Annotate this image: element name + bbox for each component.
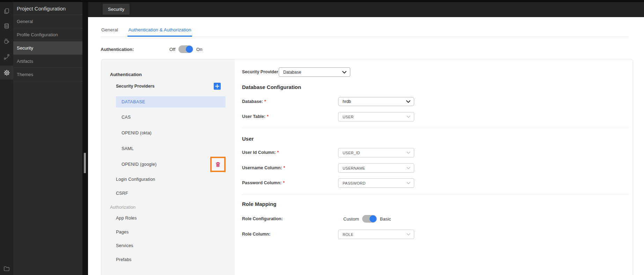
auth-nav: Authentication Security Providers DATABA…: [101, 59, 235, 275]
role-column-select[interactable]: ROLE: [338, 230, 414, 239]
java-service-icon[interactable]: [0, 34, 13, 48]
toggle-knob: [369, 215, 376, 222]
toggle-knob: [186, 46, 193, 53]
chevron-down-icon: [407, 167, 410, 169]
sidebar-item-general[interactable]: General: [13, 15, 82, 28]
section-divider: [242, 194, 629, 195]
role-column-value: ROLE: [343, 232, 353, 237]
tab-authentication-authorization[interactable]: Authentication & Authorization: [127, 17, 192, 37]
role-mapping-heading: Role Mapping: [242, 201, 276, 207]
database-value: hrdb: [343, 99, 351, 104]
folder-icon[interactable]: [0, 262, 13, 275]
project-config-sidebar: Project Configuration General Profile Co…: [13, 2, 82, 275]
username-column-label: Username Column:*: [242, 163, 285, 173]
toggle-off-label: Off: [169, 47, 175, 52]
chevron-down-icon: [342, 71, 346, 74]
sidebar-title: Project Configuration: [13, 2, 82, 15]
nav-item-services[interactable]: Services: [116, 240, 133, 251]
sidebar-item-artifacts[interactable]: Artifacts: [13, 55, 82, 68]
sidebar-item-themes[interactable]: Themes: [13, 68, 82, 81]
topbar: Security: [88, 2, 644, 17]
required-asterisk: *: [283, 180, 285, 185]
toggle-on-label: On: [196, 47, 202, 52]
authentication-toggle-row: Authentication: Off On: [101, 45, 644, 53]
settings-gear-icon[interactable]: [0, 66, 13, 80]
security-content: General Authentication & Authorization A…: [88, 17, 644, 275]
nav-item-provider-cas[interactable]: CAS: [116, 112, 131, 123]
chevron-down-icon: [407, 233, 410, 236]
authentication-toggle[interactable]: [178, 45, 193, 53]
authentication-label: Authentication:: [101, 47, 169, 52]
apis-icon[interactable]: [0, 50, 13, 64]
user-table-select[interactable]: USER: [338, 112, 414, 121]
role-configuration-toggle-row: Custom Basic: [343, 215, 391, 223]
chevron-down-icon: [407, 116, 410, 118]
nav-item-login-configuration[interactable]: Login Configuration: [116, 174, 155, 185]
database-select[interactable]: hrdb: [338, 97, 414, 106]
nav-item-provider-openid-okta[interactable]: OPENID (okta): [116, 127, 152, 139]
database-provider-form: Security Provider Database Database Conf…: [235, 59, 633, 275]
app-window: Project Configuration General Profile Co…: [0, 0, 644, 275]
plus-icon: [215, 84, 219, 88]
database-configuration-heading: Database Configuration: [242, 84, 301, 90]
username-column-value: USERNAME: [343, 166, 365, 170]
nav-item-csrf[interactable]: CSRF: [116, 188, 128, 199]
nav-item-provider-openid-google[interactable]: OPENID (google): [116, 159, 156, 170]
database-label: Database:*: [242, 97, 266, 106]
database-icon[interactable]: [0, 19, 13, 33]
nav-header-security-providers: Security Providers: [116, 83, 154, 89]
pages-icon[interactable]: [0, 4, 13, 18]
password-column-label: Password Column:*: [242, 178, 285, 188]
user-id-column-select[interactable]: USER_ID: [338, 148, 414, 157]
security-provider-select[interactable]: Database: [279, 67, 350, 77]
nav-header-authorization: Authorization: [110, 205, 136, 210]
nav-item-app-roles[interactable]: App Roles: [116, 213, 137, 224]
topbar-tab-security[interactable]: Security: [103, 4, 130, 15]
sidebar-item-profile-configuration[interactable]: Profile Configuration: [13, 28, 82, 42]
security-provider-label: Security Provider: [242, 67, 278, 77]
delete-provider-highlight[interactable]: [210, 157, 226, 172]
user-id-column-value: USER_ID: [343, 151, 360, 155]
trash-icon: [215, 161, 221, 168]
user-table-value: USER: [343, 115, 354, 119]
nav-item-pages[interactable]: Pages: [116, 226, 129, 238]
user-id-column-label: User Id Column:*: [242, 148, 279, 157]
sidebar-item-security[interactable]: Security: [13, 42, 82, 55]
required-asterisk: *: [264, 99, 266, 104]
nav-item-provider-saml[interactable]: SAML: [116, 143, 134, 154]
tabs-row: General Authentication & Authorization: [101, 17, 629, 37]
password-column-select[interactable]: PASSWORD: [338, 178, 414, 188]
nav-item-prefabs[interactable]: Prefabs: [116, 254, 131, 265]
section-divider: [242, 128, 629, 128]
add-provider-button[interactable]: [214, 83, 221, 90]
chevron-down-icon: [406, 100, 410, 103]
role-configuration-toggle[interactable]: [362, 215, 377, 223]
user-table-label: User Table:*: [242, 112, 269, 121]
sidebar-scrollbar-thumb[interactable]: [84, 153, 86, 173]
nav-header-authentication: Authentication: [110, 72, 142, 77]
security-provider-value: Database: [283, 70, 301, 75]
username-column-select[interactable]: USERNAME: [338, 163, 414, 173]
tab-general[interactable]: General: [101, 17, 119, 37]
chevron-down-icon: [407, 151, 410, 154]
auth-config-panel: Authentication Security Providers DATABA…: [101, 59, 633, 275]
password-column-value: PASSWORD: [343, 181, 366, 185]
sidebar-scrollbar[interactable]: [82, 2, 88, 275]
role-column-label: Role Column:: [242, 230, 270, 239]
required-asterisk: *: [277, 150, 279, 155]
chevron-down-icon: [407, 182, 410, 184]
role-basic-label: Basic: [380, 216, 391, 222]
icon-rail: [0, 2, 13, 275]
required-asterisk: *: [267, 114, 269, 119]
role-custom-label: Custom: [343, 216, 359, 222]
required-asterisk: *: [284, 165, 285, 170]
user-heading: User: [242, 136, 254, 142]
nav-item-provider-database[interactable]: DATABASE: [116, 96, 226, 107]
role-configuration-label: Role Configuration:: [242, 215, 283, 223]
